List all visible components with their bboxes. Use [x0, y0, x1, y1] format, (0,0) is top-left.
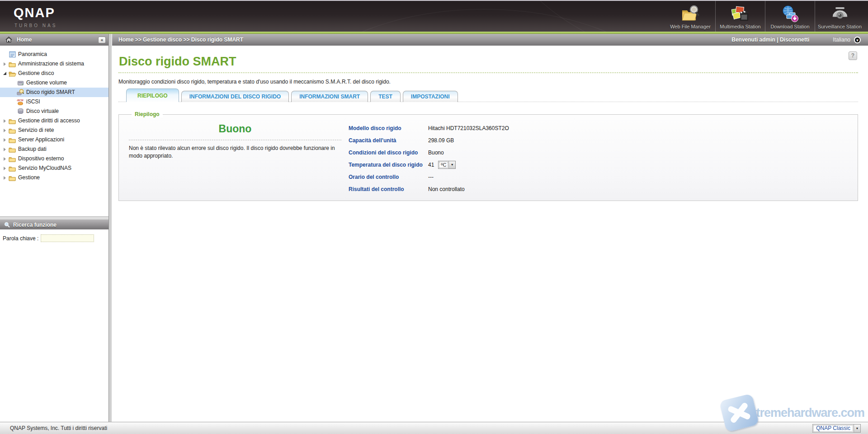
sidebar-item-backup-dati[interactable]: Backup dati	[0, 145, 108, 154]
app-label: Surveillance Station	[818, 24, 862, 29]
tab-impostazioni[interactable]: IMPOSTAZIONI	[403, 91, 458, 102]
detail-value: 298.09 GB	[428, 137, 454, 144]
search-icon	[4, 222, 10, 228]
app-launcher-download-station[interactable]: Download Station	[765, 1, 815, 32]
detail-value: 41	[428, 162, 434, 168]
detail-row-orario-del-controllo: Orario del controllo---	[349, 171, 509, 183]
sidebar-item-label: Servizio MyCloudNAS	[18, 163, 71, 173]
app-label: Web File Manager	[670, 24, 711, 29]
sidebar-item-servizio-mycloudnas[interactable]: Servizio MyCloudNAS	[0, 163, 108, 173]
sidebar-header-bar: Home «	[0, 34, 108, 46]
tab-informazioni-smart[interactable]: INFORMAZIONI SMART	[291, 91, 368, 102]
expand-arrow-icon[interactable]	[2, 62, 7, 66]
detail-row-risultati-del-controllo: Risultati del controlloNon controllato	[349, 183, 509, 195]
download-station-icon	[780, 4, 800, 23]
web-file-manager-icon	[680, 4, 700, 23]
detail-row-capacit-dell-unit: Capacità dell'unità298.09 GB	[349, 134, 509, 146]
sidebar-item-disco-rigido-smart[interactable]: Disco rigido SMART	[0, 88, 108, 97]
sidebar-item-label: iSCSI	[26, 97, 40, 107]
app-launcher-web-file-manager[interactable]: Web File Manager	[665, 1, 715, 32]
detail-value: Hitachi HDT721032SLA360ST2O	[428, 125, 509, 131]
folder-icon	[8, 136, 16, 143]
brand-name: QNAP	[14, 6, 57, 19]
sidebar-item-gestione-disco[interactable]: Gestione disco	[0, 69, 108, 78]
sidebar-item-label: Server Applicazioni	[18, 135, 64, 145]
folder-icon	[8, 165, 16, 172]
temperature-unit-dropdown-icon[interactable]: ▼	[448, 161, 455, 168]
expand-arrow-icon[interactable]	[2, 129, 7, 132]
sidebar-item-amministrazione-di-sistema[interactable]: Amministrazione di sistema	[0, 59, 108, 69]
app-launcher-surveillance-station[interactable]: Surveillance Station	[815, 1, 864, 32]
collapse-arrow-icon[interactable]	[2, 72, 7, 75]
user-session: Benvenuti admin | Disconnetti	[731, 37, 809, 43]
sidebar-item-servizio-di-rete[interactable]: Servizio di rete	[0, 126, 108, 135]
temperature-unit-select[interactable]: ºC▼	[438, 161, 456, 169]
sidebar-item-gestione-diritti-di-accesso[interactable]: Gestione diritti di accesso	[0, 116, 108, 126]
folder-icon	[8, 117, 16, 124]
sidebar-item-label: Gestione disco	[18, 69, 54, 78]
sidebar-item-gestione-volume[interactable]: Gestione volume	[0, 78, 108, 88]
disk-details-column: Modello disco rigidoHitachi HDT721032SLA…	[349, 122, 509, 195]
sidebar-item-panoramica[interactable]: Panoramica	[0, 50, 108, 59]
expand-arrow-icon[interactable]	[2, 148, 7, 151]
folder-icon	[8, 127, 16, 134]
app-label: Download Station	[770, 24, 809, 29]
watermark-text: xtremehardware.com	[750, 406, 864, 420]
function-search-header: Ricerca funzione	[0, 220, 108, 229]
overview-icon	[8, 51, 16, 58]
fieldset-legend: Riepilogo	[132, 111, 163, 117]
smart-icon	[16, 89, 24, 96]
sidebar-item-label: Gestione volume	[26, 78, 67, 88]
sidebar-item-server-applicazioni[interactable]: Server Applicazioni	[0, 135, 108, 145]
app-launcher-multimedia-station[interactable]: Multimedia Station	[715, 1, 765, 32]
language-selector[interactable]: Italiano ▼	[833, 37, 861, 43]
expand-arrow-icon[interactable]	[2, 176, 7, 180]
sidebar-item-label: Disco rigido SMART	[26, 88, 75, 97]
tab-strip: RIEPILOGOINFORMAZIONI DEL DISCO RIGIDOIN…	[118, 88, 858, 102]
detail-label: Risultati del controllo	[349, 186, 428, 192]
summary-status-column: Buono Non è stato rilevato alcun errore …	[119, 122, 341, 195]
tab-informazioni-del-disco-rigido[interactable]: INFORMAZIONI DEL DISCO RIGIDO	[181, 91, 289, 102]
status-description: Non è stato rilevato alcun errore sul di…	[129, 145, 341, 160]
virtual-disk-icon	[16, 108, 24, 115]
temperature-unit-value: ºC	[439, 162, 448, 168]
keyword-input[interactable]	[41, 234, 94, 242]
sidebar-item-gestione[interactable]: Gestione	[0, 173, 108, 182]
expand-arrow-icon[interactable]	[2, 167, 7, 170]
sidebar-collapse-button[interactable]: «	[98, 37, 106, 43]
sidebar: PanoramicaAmministrazione di sistemaGest…	[0, 46, 108, 422]
title-divider	[118, 72, 858, 73]
keyword-search-row: Parola chiave :	[0, 229, 108, 242]
multimedia-station-icon	[731, 4, 750, 23]
home-icon	[5, 37, 13, 43]
sidebar-item-disco-virtuale[interactable]: Disco virtuale	[0, 107, 108, 116]
page-title: Disco rigido SMART	[119, 55, 858, 69]
volume-icon	[16, 79, 24, 86]
summary-fieldset: Riepilogo Buono Non è stato rilevato alc…	[118, 114, 858, 201]
expand-arrow-icon[interactable]	[2, 138, 7, 142]
expand-arrow-icon[interactable]	[2, 119, 7, 123]
detail-label: Modello disco rigido	[349, 125, 428, 131]
page-description: Monitoraggio condizioni disco rigido, te…	[118, 79, 858, 85]
detail-value: Non controllato	[428, 186, 465, 192]
tab-riepilogo[interactable]: RIEPILOGO	[126, 89, 179, 102]
breadcrumb-bar: Home >> Gestione disco >> Disco rigido S…	[112, 34, 868, 46]
watermark: xtremehardware.com	[722, 397, 864, 429]
separator: |	[775, 37, 780, 43]
detail-label: Capacità dell'unità	[349, 137, 428, 144]
logout-link[interactable]: Disconnetti	[780, 37, 809, 43]
tab-test[interactable]: TEST	[370, 91, 401, 102]
svg-text:iSCSI: iSCSI	[17, 99, 24, 102]
help-button[interactable]: ?	[849, 51, 857, 60]
sidebar-item-label: Disco virtuale	[26, 107, 59, 116]
expand-arrow-icon[interactable]	[2, 157, 7, 161]
brand-subtitle: TURBO NAS	[14, 23, 57, 28]
detail-row-temperatura-del-disco-rigido: Temperatura del disco rigido41ºC▼	[349, 159, 509, 171]
sidebar-item-iscsi[interactable]: iSCSIiSCSI	[0, 97, 108, 107]
sidebar-item-label: Dispositivo esterno	[18, 154, 64, 163]
folder-icon	[8, 146, 16, 153]
qnap-logo: QNAP TURBO NAS	[0, 1, 57, 32]
top-header: QNAP TURBO NAS Web File ManagerMultimedi…	[0, 0, 868, 32]
language-dropdown-icon[interactable]: ▼	[854, 37, 861, 43]
sidebar-item-dispositivo-esterno[interactable]: Dispositivo esterno	[0, 154, 108, 163]
